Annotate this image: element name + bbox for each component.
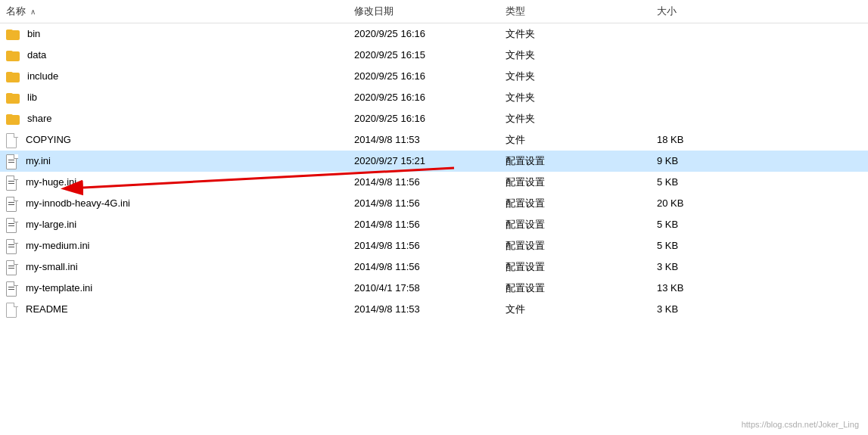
file-name-cell: bin xyxy=(6,28,354,40)
column-headers: 名称 ∧ 修改日期 类型 大小 xyxy=(0,0,868,23)
config-file-icon xyxy=(6,154,18,168)
file-type-cell: 配置设置 xyxy=(506,176,657,189)
file-name-cell: my-large.ini xyxy=(6,218,354,231)
col-name-label: 名称 xyxy=(6,5,26,18)
list-item[interactable]: bin 2020/9/25 16:16 文件夹 xyxy=(0,23,868,45)
list-item[interactable]: lib 2020/9/25 16:16 文件夹 xyxy=(0,87,868,108)
folder-icon xyxy=(6,113,20,125)
file-size-cell: 9 KB xyxy=(657,155,763,166)
col-date-label: 修改日期 xyxy=(354,5,394,17)
file-size-cell: 5 KB xyxy=(657,176,763,188)
file-name-cell: share xyxy=(6,113,354,125)
file-type-cell: 配置设置 xyxy=(506,197,657,210)
file-date-cell: 2014/9/8 11:56 xyxy=(354,197,506,209)
file-date-cell: 2020/9/25 16:16 xyxy=(354,113,506,124)
file-name-label: lib xyxy=(27,92,354,103)
config-file-icon xyxy=(6,197,18,210)
folder-icon xyxy=(6,92,20,104)
col-type-label: 类型 xyxy=(506,5,525,17)
file-type-cell: 文件夹 xyxy=(506,27,657,41)
list-item[interactable]: my-small.ini 2014/9/8 11:56 配置设置 3 KB xyxy=(0,256,868,278)
file-type-cell: 配置设置 xyxy=(506,260,657,274)
file-date-cell: 2020/9/27 15:21 xyxy=(354,155,506,166)
file-date-cell: 2014/9/8 11:53 xyxy=(354,303,506,315)
col-header-date[interactable]: 修改日期 xyxy=(354,5,506,18)
file-name-cell: data xyxy=(6,49,354,61)
file-icon xyxy=(6,133,18,147)
file-size-cell: 20 KB xyxy=(657,197,763,209)
file-size-cell: 3 KB xyxy=(657,303,763,315)
file-date-cell: 2014/9/8 11:56 xyxy=(354,219,506,230)
list-item[interactable]: include 2020/9/25 16:16 文件夹 xyxy=(0,66,868,87)
file-date-cell: 2014/9/8 11:56 xyxy=(354,176,506,188)
file-type-cell: 配置设置 xyxy=(506,239,657,253)
list-item[interactable]: data 2020/9/25 16:15 文件夹 xyxy=(0,45,868,66)
file-type-cell: 文件夹 xyxy=(506,48,657,62)
watermark: https://blog.csdn.net/Joker_Ling xyxy=(742,420,859,429)
file-name-cell: my-medium.ini xyxy=(6,239,354,253)
col-size-label: 大小 xyxy=(657,5,677,17)
file-date-cell: 2014/9/8 11:56 xyxy=(354,240,506,251)
file-name-label: my-huge.ini xyxy=(26,176,354,188)
file-size-cell: 18 KB xyxy=(657,134,763,145)
file-name-label: my.ini xyxy=(26,155,354,166)
file-name-label: data xyxy=(27,49,354,61)
file-type-cell: 文件夹 xyxy=(506,112,657,126)
file-size-cell: 5 KB xyxy=(657,219,763,230)
list-item[interactable]: my-large.ini 2014/9/8 11:56 配置设置 5 KB xyxy=(0,214,868,235)
col-header-size[interactable]: 大小 xyxy=(657,5,763,18)
file-name-label: share xyxy=(27,113,354,124)
list-item[interactable]: my-medium.ini 2014/9/8 11:56 配置设置 5 KB xyxy=(0,235,868,256)
list-item[interactable]: COPYING 2014/9/8 11:53 文件 18 KB xyxy=(0,129,868,151)
file-date-cell: 2020/9/25 16:15 xyxy=(354,49,506,61)
file-name-label: my-small.ini xyxy=(26,261,354,272)
list-item[interactable]: my-innodb-heavy-4G.ini 2014/9/8 11:56 配置… xyxy=(0,193,868,214)
config-file-icon xyxy=(6,239,18,253)
folder-icon xyxy=(6,70,20,82)
file-type-cell: 文件夹 xyxy=(506,70,657,83)
config-file-icon xyxy=(6,281,18,295)
list-item[interactable]: README 2014/9/8 11:53 文件 3 KB xyxy=(0,299,868,320)
sort-arrow-icon: ∧ xyxy=(30,8,36,16)
list-item[interactable]: share 2020/9/25 16:16 文件夹 xyxy=(0,108,868,129)
config-file-icon xyxy=(6,260,18,274)
file-type-cell: 文件 xyxy=(506,133,657,147)
file-size-cell: 5 KB xyxy=(657,240,763,251)
config-file-icon xyxy=(6,176,18,189)
file-date-cell: 2014/9/8 11:53 xyxy=(354,134,506,145)
file-name-label: my-innodb-heavy-4G.ini xyxy=(26,197,354,209)
file-name-label: my-large.ini xyxy=(26,219,354,230)
folder-icon xyxy=(6,49,20,61)
file-name-cell: my-innodb-heavy-4G.ini xyxy=(6,197,354,210)
list-item[interactable]: my.ini 2020/9/27 15:21 配置设置 9 KB xyxy=(0,151,868,172)
file-name-cell: include xyxy=(6,70,354,82)
col-header-type[interactable]: 类型 xyxy=(506,5,657,18)
file-type-cell: 配置设置 xyxy=(506,218,657,231)
file-name-label: include xyxy=(27,70,354,82)
file-date-cell: 2020/9/25 16:16 xyxy=(354,92,506,103)
col-header-name[interactable]: 名称 ∧ xyxy=(6,5,354,18)
file-icon xyxy=(6,303,18,316)
file-type-cell: 文件夹 xyxy=(506,91,657,104)
file-name-label: my-template.ini xyxy=(26,282,354,294)
list-item[interactable]: my-huge.ini 2014/9/8 11:56 配置设置 5 KB xyxy=(0,172,868,193)
file-name-cell: my.ini xyxy=(6,154,354,168)
file-rows-container: bin 2020/9/25 16:16 文件夹 data 2020/9/25 1… xyxy=(0,23,868,320)
file-name-cell: README xyxy=(6,303,354,316)
file-name-label: bin xyxy=(27,28,354,39)
folder-icon xyxy=(6,28,20,40)
file-name-label: my-medium.ini xyxy=(26,240,354,251)
file-name-cell: COPYING xyxy=(6,133,354,147)
file-date-cell: 2020/9/25 16:16 xyxy=(354,28,506,39)
file-type-cell: 配置设置 xyxy=(506,281,657,295)
file-name-cell: my-template.ini xyxy=(6,281,354,295)
file-name-cell: lib xyxy=(6,92,354,104)
file-name-label: README xyxy=(26,303,354,315)
file-type-cell: 配置设置 xyxy=(506,154,657,168)
file-name-cell: my-huge.ini xyxy=(6,176,354,189)
config-file-icon xyxy=(6,218,18,231)
file-date-cell: 2010/4/1 17:58 xyxy=(354,282,506,294)
list-item[interactable]: my-template.ini 2010/4/1 17:58 配置设置 13 K… xyxy=(0,278,868,299)
file-list: 名称 ∧ 修改日期 类型 大小 bin 2020/9/25 16:16 文件夹 … xyxy=(0,0,868,435)
file-size-cell: 3 KB xyxy=(657,261,763,272)
